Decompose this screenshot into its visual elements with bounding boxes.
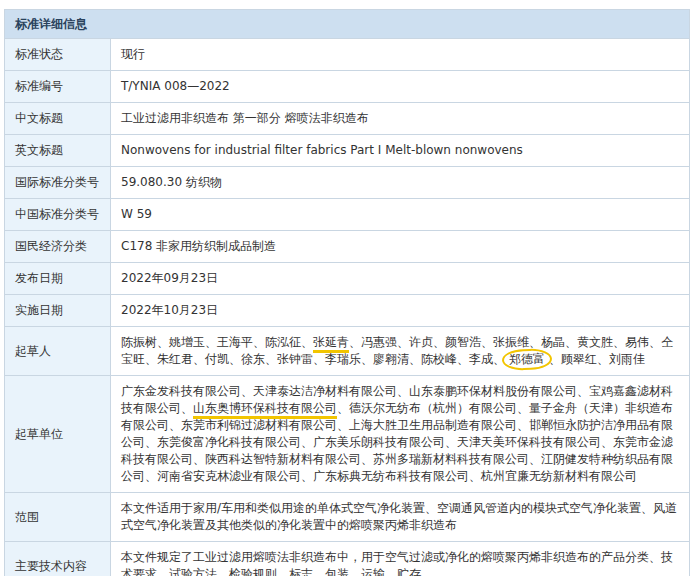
english-title-value: Nonwovens for industrial filter fabrics … (111, 135, 690, 167)
implement-date-label: 实施日期 (5, 295, 111, 327)
ics-number-value: 59.080.30 纺织物 (111, 167, 690, 199)
panel-title: 标准详细信息 (5, 10, 690, 39)
row-main-technical-content: 主要技术内容 本文件规定了工业过滤用熔喷法非织造布中，用于空气过滤或净化的熔喷聚… (5, 542, 690, 576)
drafters-text-1: 陈振树、姚增玉、王海平、陈泓征、 (121, 335, 313, 349)
highlighted-unit-name: 山东奥博环保科技有限公司 (193, 401, 337, 419)
drafters-label: 起草人 (5, 327, 111, 376)
row-publish-date: 发布日期 2022年09月23日 (5, 263, 690, 295)
panel-header: 标准详细信息 (5, 10, 690, 39)
standard-number-label: 标准编号 (5, 71, 111, 103)
row-ccs-number: 中国标准分类号 W 59 (5, 199, 690, 231)
highlighted-drafter-name-2: 郑德富 (502, 348, 553, 371)
row-implement-date: 实施日期 2022年10月23日 (5, 295, 690, 327)
implement-date-value: 2022年10月23日 (111, 295, 690, 327)
chinese-title-label: 中文标题 (5, 103, 111, 135)
main-technical-content-label: 主要技术内容 (5, 542, 111, 576)
row-english-title: 英文标题 Nonwovens for industrial filter fab… (5, 135, 690, 167)
row-standard-number: 标准编号 T/YNIA 008—2022 (5, 71, 690, 103)
scope-value: 本文件适用于家用/车用和类似用途的单体式空气净化装置、空调通风管道内的模块式空气… (111, 493, 690, 542)
row-scope: 范围 本文件适用于家用/车用和类似用途的单体式空气净化装置、空调通风管道内的模块… (5, 493, 690, 542)
national-economy-class-value: C178 非家用纺织制成品制造 (111, 231, 690, 263)
ics-number-label: 国际标准分类号 (5, 167, 111, 199)
national-economy-class-label: 国民经济分类 (5, 231, 111, 263)
standard-status-value: 现行 (111, 39, 690, 71)
row-drafting-units: 起草单位 广东金发科技有限公司、天津泰达洁净材料有限公司、山东泰鹏环保材料股份有… (5, 376, 690, 493)
main-technical-content-value: 本文件规定了工业过滤用熔喷法非织造布中，用于空气过滤或净化的熔喷聚丙烯非织造布的… (111, 542, 690, 576)
publish-date-label: 发布日期 (5, 263, 111, 295)
chinese-title-value: 工业过滤用非织造布 第一部分 熔喷法非织造布 (111, 103, 690, 135)
standard-detail-page: 标准详细信息 标准状态 现行 标准编号 T/YNIA 008—2022 中文标题… (0, 0, 694, 576)
drafters-text-3: 、顾翠红、刘雨佳 (549, 352, 645, 366)
row-chinese-title: 中文标题 工业过滤用非织造布 第一部分 熔喷法非织造布 (5, 103, 690, 135)
scope-label: 范围 (5, 493, 111, 542)
row-ics-number: 国际标准分类号 59.080.30 纺织物 (5, 167, 690, 199)
row-drafters: 起草人 陈振树、姚增玉、王海平、陈泓征、张延青、冯惠强、许贞、颜智浩、张振维、杨… (5, 327, 690, 376)
highlighted-drafter-name-1: 张延青 (313, 335, 349, 353)
drafting-units-label: 起草单位 (5, 376, 111, 493)
row-national-economy-class: 国民经济分类 C178 非家用纺织制成品制造 (5, 231, 690, 263)
standard-detail-table: 标准详细信息 标准状态 现行 标准编号 T/YNIA 008—2022 中文标题… (4, 9, 690, 576)
ccs-number-value: W 59 (111, 199, 690, 231)
english-title-label: 英文标题 (5, 135, 111, 167)
publish-date-value: 2022年09月23日 (111, 263, 690, 295)
standard-status-label: 标准状态 (5, 39, 111, 71)
standard-number-value: T/YNIA 008—2022 (111, 71, 690, 103)
row-standard-status: 标准状态 现行 (5, 39, 690, 71)
ccs-number-label: 中国标准分类号 (5, 199, 111, 231)
drafting-units-value: 广东金发科技有限公司、天津泰达洁净材料有限公司、山东泰鹏环保材料股份有限公司、宝… (111, 376, 690, 493)
drafters-value: 陈振树、姚增玉、王海平、陈泓征、张延青、冯惠强、许贞、颜智浩、张振维、杨晶、黄文… (111, 327, 690, 376)
